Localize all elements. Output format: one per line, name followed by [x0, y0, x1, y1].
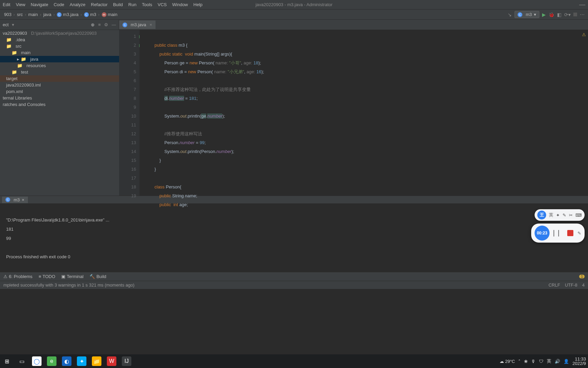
- tray-clock[interactable]: 11:332022/9: [572, 357, 586, 366]
- menu-code[interactable]: Code: [54, 2, 64, 7]
- profile-icon[interactable]: ⟳▾: [564, 12, 571, 17]
- tab-m3-java[interactable]: C m3.java ×: [119, 20, 156, 29]
- ime-lang-toggle[interactable]: 英: [549, 212, 553, 218]
- code-editor[interactable]: 1▶ 2▶ 345 678 91011 121314 151617 1819 p…: [119, 30, 588, 196]
- ime-logo-icon[interactable]: 王: [537, 211, 546, 219]
- tray-mic-icon[interactable]: 🎙: [531, 359, 536, 364]
- menu-refactor[interactable]: Refactor: [91, 2, 108, 7]
- notification-badge[interactable]: 1: [579, 275, 585, 278]
- tree-iml[interactable]: java20220903.iml: [0, 82, 119, 88]
- app-icon-1[interactable]: ✦: [77, 356, 86, 366]
- crumb-main[interactable]: main: [26, 12, 40, 17]
- crumb-file-label: m3.java: [63, 12, 79, 17]
- explorer-icon[interactable]: 📁: [92, 356, 101, 366]
- close-tab-icon[interactable]: ×: [150, 22, 152, 27]
- tool-terminal[interactable]: ▣ Terminal: [61, 274, 83, 279]
- edge-icon[interactable]: e: [47, 356, 56, 366]
- tree-src[interactable]: 📁 src: [0, 43, 119, 49]
- stop-button-icon[interactable]: [573, 13, 577, 16]
- tree-java[interactable]: ▸ 📁 java: [0, 56, 119, 62]
- close-icon[interactable]: ×: [22, 197, 24, 202]
- run-button-icon[interactable]: ▶: [542, 12, 546, 17]
- tray-user-icon[interactable]: 👤: [564, 359, 569, 364]
- fold-bar[interactable]: [140, 30, 144, 196]
- intellij-icon[interactable]: IJ: [122, 356, 131, 366]
- recorder-edit-icon[interactable]: ✎: [577, 231, 581, 236]
- menu-build[interactable]: Build: [113, 2, 123, 7]
- menu-run[interactable]: Run: [128, 2, 136, 7]
- tree-target[interactable]: target: [0, 75, 119, 82]
- menu-tools[interactable]: Tools: [142, 2, 152, 7]
- taskview-icon[interactable]: ▭: [17, 356, 27, 366]
- os-taskbar: ⊞ ▭ ◯ e ◐ ✦ 📁 W IJ ☁ 29°C ˄ ❀ 🎙 🛡 英 🔊 👤 …: [0, 354, 588, 368]
- coverage-icon[interactable]: ◧: [557, 12, 561, 17]
- more-icon[interactable]: ⋯: [580, 12, 585, 17]
- class-icon: C: [122, 22, 127, 27]
- gear-icon[interactable]: ⚙: [104, 22, 108, 27]
- status-column[interactable]: 4: [582, 282, 585, 288]
- tree-scratches[interactable]: ratches and Consoles: [0, 101, 119, 108]
- run-config-label: m3: [526, 12, 532, 17]
- crumb-method[interactable]: mmain: [99, 12, 120, 17]
- chevron-down-icon: ▾: [534, 12, 536, 17]
- ime-keyboard-icon[interactable]: ⌨: [575, 213, 582, 218]
- start-icon[interactable]: ⊞: [2, 356, 12, 366]
- warning-icon[interactable]: ⚠: [582, 32, 586, 37]
- status-crlf[interactable]: CRLF: [549, 282, 560, 288]
- tray-app-icon[interactable]: ❀: [524, 359, 528, 364]
- filter-icon[interactable]: ≡: [98, 22, 101, 27]
- tree-external-libs[interactable]: ternal Libraries: [0, 95, 119, 101]
- crumb-file[interactable]: Cm3.java: [54, 12, 81, 17]
- tree-pom[interactable]: pom.xml: [0, 88, 119, 95]
- screen-recorder[interactable]: 00:23 ▏▏ ✎: [531, 224, 585, 243]
- menu-vcs[interactable]: VCS: [158, 2, 167, 7]
- menu-view[interactable]: View: [16, 2, 25, 7]
- code-area[interactable]: public class m3 { public static void mai…: [144, 30, 264, 196]
- menu-edit[interactable]: Edit: [3, 2, 10, 7]
- crumb-project[interactable]: 903: [1, 12, 14, 17]
- status-encoding[interactable]: UTF-8: [565, 282, 577, 288]
- tree-idea[interactable]: 📁 .idea: [0, 36, 119, 43]
- target-icon[interactable]: ⊕: [91, 22, 95, 27]
- tray-volume-icon[interactable]: 🔊: [555, 359, 560, 364]
- tool-problems[interactable]: ⚠ 6: Problems: [3, 274, 32, 279]
- tray-chevron-icon[interactable]: ˄: [518, 359, 521, 364]
- crumb-java[interactable]: java: [40, 12, 54, 17]
- crumb-class-label: m3: [90, 12, 96, 17]
- tray-safe-icon[interactable]: 🛡: [539, 359, 543, 364]
- browser-icon[interactable]: ◐: [62, 356, 71, 366]
- weather-widget[interactable]: ☁ 29°C: [500, 359, 515, 364]
- chrome-icon[interactable]: ◯: [32, 356, 42, 366]
- menu-help[interactable]: Help: [193, 2, 202, 7]
- run-tab[interactable]: C m3 ×: [2, 197, 28, 203]
- menu-navigate[interactable]: Navigate: [31, 2, 48, 7]
- tree-root[interactable]: va20220903 D:\javaWorkSpace\java20220903: [0, 30, 119, 36]
- project-view-label[interactable]: ect: [3, 22, 9, 27]
- collapse-icon[interactable]: —: [112, 22, 116, 27]
- ime-pen-icon[interactable]: ✎: [562, 213, 566, 218]
- tree-main[interactable]: 📁 main: [0, 49, 119, 56]
- ime-star-icon[interactable]: ✦: [556, 213, 560, 218]
- recorder-stop-icon[interactable]: [567, 230, 573, 236]
- debug-button-icon[interactable]: 🐞: [549, 12, 554, 17]
- crumb-class[interactable]: Cm3: [81, 12, 99, 17]
- build-hammer-icon[interactable]: ↘: [508, 12, 512, 17]
- project-tree[interactable]: va20220903 D:\javaWorkSpace\java20220903…: [0, 30, 119, 196]
- ime-toolbar[interactable]: 王 英 ✦ ✎ ✂ ⌨: [535, 209, 585, 221]
- tray-ime[interactable]: 英: [547, 358, 551, 364]
- recorder-pause-icon[interactable]: ▏▏: [554, 230, 563, 236]
- chevron-down-icon[interactable]: ▾: [12, 22, 14, 27]
- ime-cut-icon[interactable]: ✂: [569, 213, 573, 218]
- tool-todo[interactable]: ≡ TODO: [38, 274, 55, 279]
- tool-build[interactable]: 🔨 Build: [89, 274, 106, 279]
- run-config-combo[interactable]: C m3 ▾: [514, 11, 539, 18]
- run-console[interactable]: "D:\Program Files\Java\jdk1.8.0_201\bin\…: [0, 204, 588, 272]
- crumb-src[interactable]: src: [14, 12, 26, 17]
- run-tool-header: C m3 ×: [0, 196, 588, 204]
- menu-analyze[interactable]: Analyze: [70, 2, 85, 7]
- tree-test[interactable]: 📁 test: [0, 69, 119, 75]
- minimize-icon[interactable]: —: [579, 1, 585, 8]
- tree-resources[interactable]: 📁 resources: [0, 62, 119, 69]
- wps-icon[interactable]: W: [107, 356, 116, 366]
- menu-window[interactable]: Window: [172, 2, 188, 7]
